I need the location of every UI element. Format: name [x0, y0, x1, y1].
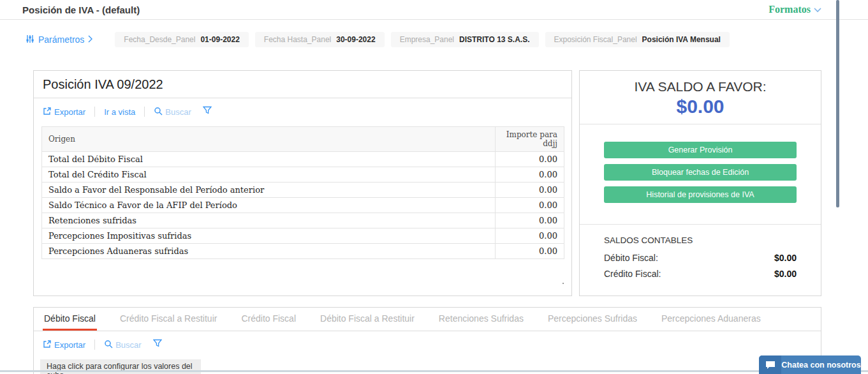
row-amount: 0.00: [496, 198, 564, 213]
export-icon: [43, 340, 52, 350]
row-origin: Percepciones Impositivas sufridas: [42, 228, 496, 244]
search-label: Buscar: [165, 107, 191, 117]
export-icon: [43, 107, 52, 117]
balance-amount: $0.00: [580, 96, 821, 117]
detail-tab[interactable]: Débito Fiscal: [43, 308, 97, 331]
resize-handle-dot: [563, 283, 564, 284]
filter-funnel-icon[interactable]: [203, 106, 212, 117]
action-button[interactable]: Bloquear fechas de Edición: [604, 164, 797, 181]
column-header-origen[interactable]: Origen: [42, 127, 496, 152]
chat-widget[interactable]: Chatea con nosotros: [759, 355, 861, 374]
row-amount: 0.00: [496, 152, 564, 167]
detail-tab[interactable]: Débito Fiscal a Restituir: [319, 308, 416, 331]
parameter-chip-value: 30-09-2022: [336, 35, 375, 44]
balance-title: IVA SALDO A FAVOR:: [580, 79, 821, 94]
parameter-chip-value: 01-09-2022: [200, 35, 239, 44]
detail-tab[interactable]: Crédito Fiscal: [240, 308, 297, 331]
table-row[interactable]: Saldo a Favor del Responsable del Períod…: [42, 183, 564, 198]
parameter-chip-label: Fecha_Desde_Panel: [124, 35, 195, 44]
chevron-right-icon: [88, 34, 92, 45]
detail-tab[interactable]: Percepciones Aduaneras: [660, 308, 762, 331]
action-buttons: Generar Provisión Bloquear fechas de Edi…: [580, 124, 821, 225]
row-origin: Saldo a Favor del Responsable del Períod…: [42, 183, 496, 198]
parameter-chip[interactable]: Exposición Fiscal_Panel Posición IVA Men…: [545, 32, 730, 47]
balance-header: IVA SALDO A FAVOR: $0.00: [580, 71, 821, 124]
detail-tab[interactable]: Percepciones Sufridas: [547, 308, 638, 331]
parameter-chip[interactable]: Empresa_Panel DISTRITO 13 S.A.S.: [391, 32, 539, 47]
export-button[interactable]: Exportar: [43, 340, 85, 350]
search-button[interactable]: Buscar: [104, 340, 141, 350]
parameters-label: Parámetros: [38, 34, 84, 45]
chat-label: Chatea con nosotros: [781, 355, 861, 374]
table-row[interactable]: Saldo Técnico a Favor de la AFIP del Per…: [42, 198, 564, 213]
panel-title: Posición IVA 09/2022: [34, 71, 571, 98]
row-origin: Total del Débito Fiscal: [42, 152, 496, 167]
detail-tabs: Débito Fiscal Crédito Fiscal a Restituir…: [34, 308, 821, 331]
parameters-bar: Parámetros Fecha_Desde_Panel 01-09-2022 …: [0, 20, 829, 59]
parameter-chip-label: Empresa_Panel: [400, 35, 454, 44]
row-amount: 0.00: [496, 244, 564, 259]
row-amount: 0.00: [496, 213, 564, 228]
detail-tab[interactable]: Retenciones Sufridas: [438, 308, 525, 331]
row-amount: 0.00: [496, 183, 564, 198]
parameter-chip[interactable]: Fecha Hasta_Panel 30-09-2022: [255, 32, 385, 47]
go-to-view-button[interactable]: Ir a vista: [104, 107, 135, 117]
iva-balance-panel: IVA SALDO A FAVOR: $0.00 Generar Provisi…: [579, 70, 821, 296]
chevron-down-icon: [814, 4, 821, 15]
saldo-label: Crédito Fiscal:: [604, 269, 661, 279]
table-row[interactable]: Total del Crédito Fiscal 0.00: [42, 167, 564, 183]
saldo-value: $0.00: [774, 269, 797, 279]
vertical-scrollbar[interactable]: [836, 0, 840, 374]
search-label: Buscar: [115, 340, 141, 350]
sliders-icon: [26, 34, 34, 45]
parameter-chip-value: Posición IVA Mensual: [642, 35, 721, 44]
parameter-chips: Fecha_Desde_Panel 01-09-2022 Fecha Hasta…: [115, 32, 730, 47]
action-button[interactable]: Generar Provisión: [604, 142, 797, 158]
table-row[interactable]: Percepciones Aduaneras sufridas 0.00: [42, 244, 564, 259]
saldo-value: $0.00: [774, 253, 797, 263]
detail-tab[interactable]: Crédito Fiscal a Restituir: [119, 308, 219, 331]
search-button[interactable]: Buscar: [154, 107, 191, 117]
formatos-label: Formatos: [769, 4, 811, 15]
iva-position-table: Origen Importe para ddjj Total del Débit…: [41, 126, 564, 259]
detail-panel: Débito Fiscal Crédito Fiscal a Restituir…: [33, 307, 821, 374]
row-origin: Percepciones Aduaneras sufridas: [42, 244, 496, 259]
iva-position-panel: Posición IVA 09/2022 Exportar Ir a vista…: [33, 70, 572, 296]
table-row[interactable]: Retenciones sufridas 0.00: [42, 213, 564, 228]
column-header-importe[interactable]: Importe para ddjj: [496, 127, 564, 152]
parameters-toggle[interactable]: Parámetros: [26, 34, 92, 45]
row-amount: 0.00: [496, 228, 564, 244]
search-icon: [154, 107, 163, 117]
parameter-chip-value: DISTRITO 13 S.A.S.: [459, 35, 529, 44]
table-row[interactable]: Total del Débito Fiscal 0.00: [42, 152, 564, 167]
saldo-row: Débito Fiscal: $0.00: [604, 253, 797, 263]
table-row[interactable]: Percepciones Impositivas sufridas 0.00: [42, 228, 564, 244]
toolbar-divider: [94, 340, 95, 350]
row-origin: Saldo Técnico a Favor de la AFIP del Per…: [42, 198, 496, 213]
parameter-chip-label: Fecha Hasta_Panel: [264, 35, 331, 44]
page-bottom-edge: [0, 370, 868, 372]
export-label: Exportar: [54, 340, 85, 350]
action-button[interactable]: Historial de provisiones de IVA: [604, 186, 797, 203]
row-origin: Retenciones sufridas: [42, 213, 496, 228]
row-origin: Total del Crédito Fiscal: [42, 167, 496, 183]
top-bar: Posición de IVA - (default) Formatos: [0, 0, 868, 20]
toolbar-divider: [144, 107, 145, 117]
toolbar-divider: [94, 107, 95, 117]
row-amount: 0.00: [496, 167, 564, 183]
detail-toolbar: Exportar Buscar: [34, 331, 821, 358]
saldos-heading: SALDOS CONTABLES: [604, 236, 797, 245]
main-toolbar: Exportar Ir a vista Buscar: [34, 98, 571, 125]
go-to-view-label: Ir a vista: [104, 107, 135, 117]
parameter-chip-label: Exposición Fiscal_Panel: [554, 35, 637, 44]
export-label: Exportar: [54, 107, 85, 117]
scrollbar-thumb[interactable]: [836, 0, 839, 207]
chat-bubble-icon: [759, 355, 781, 374]
export-button[interactable]: Exportar: [43, 107, 85, 117]
saldos-contables-section: SALDOS CONTABLES Débito Fiscal: $0.00 Cr…: [580, 225, 821, 279]
formatos-dropdown[interactable]: Formatos: [769, 4, 821, 15]
filter-funnel-icon[interactable]: [153, 339, 162, 350]
parameter-chip[interactable]: Fecha_Desde_Panel 01-09-2022: [115, 32, 248, 47]
page-title: Posición de IVA - (default): [22, 4, 140, 15]
search-icon: [104, 340, 113, 350]
